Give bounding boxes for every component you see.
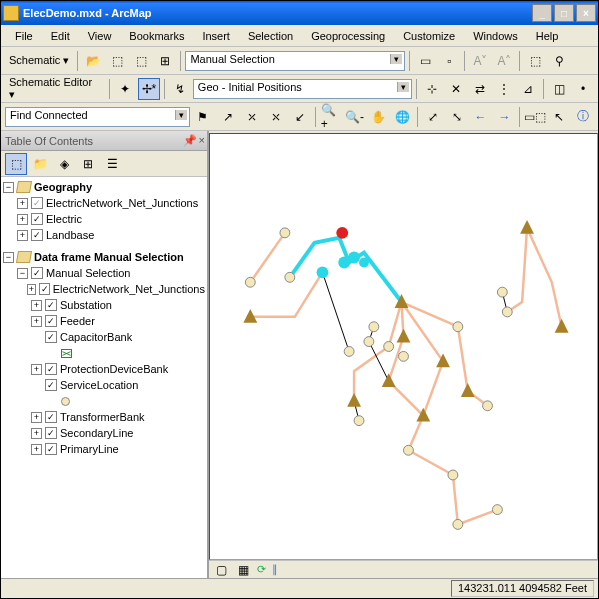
expand-icon[interactable]: + — [31, 412, 42, 423]
layer-checkbox[interactable]: ✓ — [31, 267, 43, 279]
menu-selection[interactable]: Selection — [240, 28, 301, 44]
tree-label[interactable]: ProtectionDeviceBank — [60, 363, 168, 375]
expand-icon[interactable]: + — [31, 444, 42, 455]
expand-icon[interactable]: + — [27, 284, 37, 295]
tree-node[interactable]: +✓TransformerBank — [3, 409, 205, 425]
layer-checkbox[interactable]: ✓ — [45, 427, 57, 439]
tree-label[interactable]: SecondaryLine — [60, 427, 133, 439]
tree-label[interactable]: Substation — [60, 299, 112, 311]
pan-icon[interactable]: ✋ — [367, 106, 389, 128]
tree-label[interactable]: Landbase — [46, 229, 94, 241]
reduce-nodes-icon[interactable]: ⋮ — [493, 78, 515, 100]
tree-label[interactable]: Data frame Manual Selection — [34, 251, 184, 263]
tree-node[interactable]: −Data frame Manual Selection — [3, 249, 205, 265]
tree-label[interactable]: Geography — [34, 181, 92, 193]
select-features-icon[interactable]: ▭⬚ — [524, 106, 546, 128]
layout-view-icon[interactable]: ▦ — [235, 562, 251, 578]
close-button[interactable]: × — [576, 4, 596, 22]
layer-checkbox[interactable]: ✓ — [45, 379, 57, 391]
menu-windows[interactable]: Windows — [465, 28, 526, 44]
menu-geoprocessing[interactable]: Geoprocessing — [303, 28, 393, 44]
save-edits-icon[interactable]: ⊞ — [154, 50, 176, 72]
layer-checkbox[interactable]: ✓ — [45, 363, 57, 375]
select-elements-icon[interactable]: ↖ — [548, 106, 570, 128]
schematic-layer-select[interactable]: Manual Selection — [185, 51, 405, 71]
tree-label[interactable]: CapacitorBank — [60, 331, 132, 343]
expand-icon[interactable]: + — [17, 214, 28, 225]
trace-results-icon[interactable]: ↙ — [289, 106, 311, 128]
tree-label[interactable]: ServiceLocation — [60, 379, 138, 391]
expand-icon[interactable]: + — [17, 198, 28, 209]
layer-checkbox[interactable]: ✓ — [45, 299, 57, 311]
fixed-zoom-out-icon[interactable]: ⤡ — [446, 106, 468, 128]
zoom-out-icon[interactable]: 🔍- — [344, 106, 366, 128]
tree-node[interactable]: −Geography — [3, 179, 205, 195]
tree-node[interactable]: +✓Landbase — [3, 227, 205, 243]
tree-label[interactable]: ElectricNetwork_Net_Junctions — [46, 197, 198, 209]
tree-label[interactable]: PrimaryLine — [60, 443, 119, 455]
tree-label[interactable]: Feeder — [60, 315, 95, 327]
tree-node[interactable]: +✓SecondaryLine — [3, 425, 205, 441]
identify-icon[interactable]: ⓘ — [572, 106, 594, 128]
menu-view[interactable]: View — [80, 28, 120, 44]
list-by-source-icon[interactable]: 📁 — [29, 153, 51, 175]
pause-drawing-icon[interactable]: ∥ — [272, 563, 278, 576]
layer-checkbox[interactable]: ✓ — [31, 229, 43, 241]
mark-crossings-icon[interactable]: ◫ — [548, 78, 570, 100]
menu-bookmarks[interactable]: Bookmarks — [121, 28, 192, 44]
solve-icon[interactable]: ⚑ — [192, 106, 214, 128]
open-diagram-icon[interactable]: 📂 — [82, 50, 104, 72]
tree-node[interactable]: +✓ElectricNetwork_Net_Junctions — [3, 281, 205, 297]
tree-label[interactable]: TransformerBank — [60, 411, 145, 423]
tree-label[interactable]: Electric — [46, 213, 82, 225]
forward-extent-icon[interactable]: → — [494, 106, 516, 128]
layer-checkbox[interactable]: ✓ — [45, 443, 57, 455]
trace-task-select[interactable]: Find Connected — [5, 107, 190, 127]
align-nodes-icon[interactable]: ⊹ — [421, 78, 443, 100]
menu-insert[interactable]: Insert — [194, 28, 238, 44]
data-view-icon[interactable]: ▢ — [213, 562, 229, 578]
tree-node[interactable]: +✓Feeder — [3, 313, 205, 329]
map-canvas[interactable] — [209, 133, 598, 560]
layer-checkbox[interactable]: ✓ — [31, 213, 43, 225]
expand-icon[interactable]: + — [31, 316, 42, 327]
rotate-tree-icon[interactable]: ✕ — [445, 78, 467, 100]
layer-checkbox[interactable]: ✓ — [45, 331, 57, 343]
back-extent-icon[interactable]: ← — [470, 106, 492, 128]
layer-tree[interactable]: −Geography+✓ElectricNetwork_Net_Junction… — [1, 177, 207, 578]
restore-icon[interactable]: ⬚ — [524, 50, 546, 72]
layer-checkbox[interactable]: ✓ — [45, 315, 57, 327]
zoom-in-icon[interactable]: 🔍+ — [320, 106, 342, 128]
expand-icon[interactable]: + — [31, 300, 42, 311]
expand-icon[interactable]: + — [17, 230, 28, 241]
search-diagram-icon[interactable]: ⚲ — [548, 50, 570, 72]
schematic-editor-menu[interactable]: Schematic Editor ▾ — [5, 74, 105, 103]
collapse-icon[interactable]: − — [3, 252, 14, 263]
list-by-visibility-icon[interactable]: ◈ — [53, 153, 75, 175]
expand-icon[interactable]: + — [31, 364, 42, 375]
remove-crossings-icon[interactable]: • — [572, 78, 594, 100]
full-extent-icon[interactable]: 🌐 — [391, 106, 413, 128]
list-by-drawing-icon[interactable]: ⬚ — [5, 153, 27, 175]
collapse-icon[interactable]: − — [3, 182, 14, 193]
menu-edit[interactable]: Edit — [43, 28, 78, 44]
refresh-view-icon[interactable]: ⟳ — [257, 563, 266, 576]
fixed-zoom-in-icon[interactable]: ⤢ — [422, 106, 444, 128]
tree-label[interactable]: Manual Selection — [46, 267, 130, 279]
tree-label[interactable]: ElectricNetwork_Net_Junctions — [53, 283, 205, 295]
maximize-button[interactable]: □ — [554, 4, 574, 22]
layer-checkbox[interactable]: ✓ — [31, 197, 43, 209]
trace-barrier-icon[interactable]: ⤫ — [241, 106, 263, 128]
tree-node[interactable]: −✓Manual Selection — [3, 265, 205, 281]
bypass-nodes-icon[interactable]: ⇄ — [469, 78, 491, 100]
tree-node[interactable]: +✓Substation — [3, 297, 205, 313]
schematic-menu[interactable]: Schematic ▾ — [5, 52, 73, 69]
trace-flag-icon[interactable]: ↗ — [217, 106, 239, 128]
trace-clear-icon[interactable]: ⤬ — [265, 106, 287, 128]
edit-move-icon[interactable]: ✦ — [114, 78, 136, 100]
layout-algorithm-select[interactable]: Geo - Initial Positions — [193, 79, 413, 99]
layout-task-icon[interactable]: ↯ — [169, 78, 191, 100]
propagate-icon[interactable]: ▭ — [414, 50, 436, 72]
menu-file[interactable]: File — [7, 28, 41, 44]
toc-pin-icon[interactable]: 📌 — [183, 134, 197, 147]
